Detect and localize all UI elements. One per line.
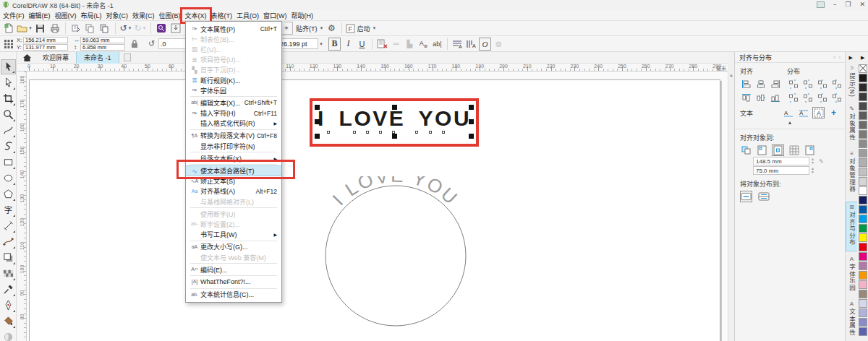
menu-item-writing-tools[interactable]: 书写工具(W)▶ [186, 230, 281, 240]
distribute-icon-0[interactable] [787, 78, 799, 90]
copy-button[interactable] [84, 22, 97, 35]
color-swatch[interactable] [859, 74, 867, 82]
align-top-icon[interactable] [740, 92, 752, 103]
edit-point-icon[interactable]: ✎ [819, 158, 824, 165]
glyph-node[interactable] [442, 131, 445, 134]
bold-button[interactable]: B [328, 38, 341, 51]
menu-item-fit-text-to-path[interactable]: ∿使文本适合路径(T) [186, 165, 281, 176]
menu-layout[interactable]: 布局(L) [79, 10, 104, 21]
align-bottom-icon[interactable] [769, 92, 781, 103]
handle-tr[interactable] [469, 105, 474, 110]
specify-point-icon[interactable]: + [827, 107, 840, 118]
titlebar-widget-icon[interactable] [817, 1, 825, 8]
glyph-node[interactable] [353, 131, 356, 134]
color-swatch[interactable] [859, 186, 867, 195]
paste-button[interactable] [98, 22, 111, 35]
save-button[interactable] [34, 22, 47, 35]
color-swatch[interactable] [859, 158, 867, 167]
character-formatting-button[interactable]: A⚙ [417, 38, 430, 51]
cut-button[interactable] [69, 22, 82, 35]
align-x-input[interactable]: 148.5 mm [753, 157, 809, 165]
distribute-icon-3[interactable] [830, 78, 843, 90]
docker-expand-arrow[interactable]: ▶ [849, 55, 853, 61]
handle-bm[interactable] [392, 134, 397, 139]
text-wrap-button[interactable]: ◍ [493, 38, 505, 51]
canvas[interactable]: I LOVE YOU I LOVE YOU [27, 72, 728, 341]
color-swatch[interactable] [859, 205, 867, 214]
circle-with-path-text[interactable]: I LOVE YOU [316, 176, 482, 341]
outline-toggle-button[interactable]: O [479, 38, 491, 51]
color-swatch[interactable] [859, 177, 867, 186]
text-align-bounding-box-icon[interactable]: A [812, 107, 825, 118]
color-swatch[interactable] [859, 130, 867, 139]
menu-item-encoding[interactable]: A‹›编码(E)... [186, 264, 281, 275]
menu-bitmaps[interactable]: 位图(B) [157, 10, 183, 21]
launch-button[interactable]: F启动▼ [346, 22, 376, 35]
menu-item-text-statistics[interactable]: ab.文本统计信息(C)... [186, 290, 281, 300]
color-swatch[interactable] [859, 299, 867, 308]
docker-tab-font-playground[interactable]: A字体乐园 [846, 254, 858, 296]
color-swatch[interactable] [859, 271, 867, 280]
edit-text-button[interactable]: ab| [431, 38, 443, 51]
open-button[interactable]: ▼ [17, 22, 33, 35]
align-center-h-icon[interactable] [754, 78, 767, 90]
snap-to-dropdown[interactable]: 贴齐(T)▼ [294, 22, 323, 35]
docker-tab-align-distribute[interactable]: ⊞对齐与分布 [846, 202, 858, 251]
color-swatch[interactable] [859, 83, 867, 92]
menu-item-insert-character[interactable]: ✑插入字符(H)Ctrl+F11 [186, 108, 281, 118]
y-position-input[interactable]: 131.977 mm [23, 44, 68, 51]
color-swatch[interactable] [859, 243, 867, 251]
color-swatch[interactable] [859, 196, 867, 204]
align-to-specified-point-icon[interactable] [804, 144, 816, 156]
color-swatch[interactable] [859, 149, 867, 157]
polygon-tool[interactable] [1, 186, 16, 202]
menu-object[interactable]: 对象(C) [104, 10, 131, 21]
horizontal-text-button[interactable]: A [451, 38, 464, 51]
glyph-node[interactable] [392, 131, 395, 134]
color-swatch[interactable] [859, 308, 867, 317]
handle-tm[interactable] [392, 105, 397, 110]
text-align-baseline-icon[interactable]: A [797, 107, 809, 118]
menu-help[interactable]: 帮助(H) [289, 10, 316, 21]
no-color-swatch[interactable] [859, 64, 867, 73]
object-height-input[interactable]: 6.858 mm [80, 44, 125, 51]
color-swatch[interactable] [859, 318, 867, 327]
handle-bl[interactable] [315, 134, 320, 139]
color-swatch[interactable] [859, 102, 867, 111]
rectangle-tool[interactable] [1, 155, 16, 170]
font-size-input[interactable]: 26.199 pt [278, 38, 318, 49]
glyph-node[interactable] [379, 131, 382, 134]
restore-button[interactable]: ❐ [845, 1, 851, 8]
italic-button[interactable]: I [342, 38, 354, 51]
bulleted-list-button[interactable]: ≔ [390, 38, 402, 51]
rotation-angle-input[interactable]: .0 [158, 38, 189, 49]
underline-button[interactable]: U [356, 38, 368, 51]
align-to-active-objects-icon[interactable] [740, 144, 752, 156]
handle-ml[interactable] [315, 119, 320, 124]
menu-file[interactable]: 文件(F) [1, 10, 27, 21]
shape-tool[interactable] [1, 75, 16, 90]
menu-table[interactable]: 表格(T) [209, 10, 235, 21]
text-alignment-button[interactable] [376, 38, 388, 51]
docker-tab-object-manager[interactable]: ≡对象管理器 [846, 149, 858, 199]
pick-tool[interactable] [1, 59, 16, 74]
distribute-icon-1[interactable] [801, 78, 814, 90]
color-swatch[interactable] [859, 233, 867, 242]
menu-item-font-playground[interactable]: ✑字体乐园 [186, 85, 281, 95]
drop-shadow-tool[interactable] [1, 250, 16, 265]
docker-tab-text-properties[interactable]: A文本属性 [846, 299, 858, 341]
distribute-icon-2[interactable] [816, 78, 828, 90]
crop-tool[interactable] [1, 91, 16, 106]
ellipse-tool[interactable] [1, 170, 16, 186]
color-swatch[interactable] [859, 215, 867, 223]
tab-welcome-screen[interactable]: 欢迎屏幕 [35, 52, 76, 64]
align-to-page-center-icon[interactable] [772, 144, 784, 156]
distribute-icon-4[interactable] [787, 92, 799, 103]
drop-cap-button[interactable]: ▙ [404, 38, 416, 51]
distribute-icon-6[interactable] [816, 92, 828, 103]
horizontal-ruler[interactable]: 毫米01020304050607080901001101201301401501… [17, 64, 728, 72]
color-swatch[interactable] [859, 262, 867, 270]
canvas-vertical-scrollbar[interactable]: ▲ [728, 72, 734, 341]
interactive-fill-tool[interactable] [1, 329, 16, 341]
color-swatch[interactable] [859, 224, 867, 233]
